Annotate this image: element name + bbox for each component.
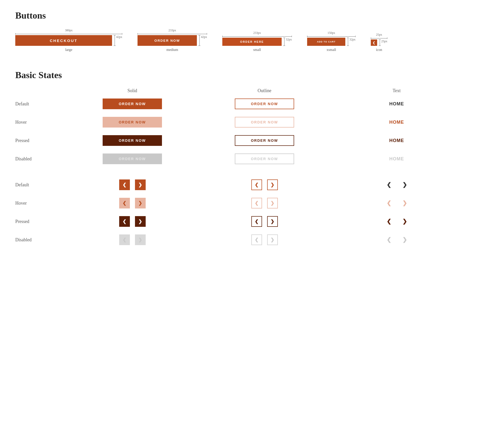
states-col-solid: Solid <box>66 88 198 93</box>
small-width-label: 233px <box>253 31 261 35</box>
icon-solid-pressed-col: ❮ ❯ <box>66 216 198 227</box>
outline-hover-col: ORDER NOW <box>198 117 331 128</box>
icon-text-hover-right[interactable]: ❯ <box>399 198 410 208</box>
icon-outline-pressed-left[interactable]: ❮ <box>251 216 262 227</box>
icon-text-default-left[interactable]: ❮ <box>384 179 394 190</box>
icon-solid-default-left[interactable]: ❮ <box>119 179 130 190</box>
btn-solid-default[interactable]: ORDER NOW <box>103 99 162 109</box>
medium-height-label: 42px <box>201 35 207 46</box>
btn-xsmall-add-to-cart[interactable]: ADD TO CART <box>307 38 345 46</box>
outline-pressed-col: ORDER NOW <box>198 135 331 146</box>
xsmall-height-label: 32px <box>349 38 356 46</box>
btn-solid-pressed[interactable]: ORDER NOW <box>103 135 162 146</box>
icon-solid-default-right[interactable]: ❯ <box>135 179 146 190</box>
states-row-pressed: Pressed ORDER NOW ORDER NOW HOME <box>15 135 463 146</box>
small-measure-line <box>222 36 292 37</box>
icon-solid-hover-col: ❮ ❯ <box>66 198 198 208</box>
icon-text-pressed-right[interactable]: ❯ <box>399 216 410 227</box>
icon-text-default-col: ❮ ❯ <box>331 179 463 190</box>
icon-outline-disabled-col: ❮ ❯ <box>198 234 331 245</box>
icon-text-disabled-left: ❮ <box>384 234 394 245</box>
state-label-pressed: Pressed <box>15 138 66 143</box>
buttons-section: Buttons 380px CHECKOUT 42px <box>15 10 463 52</box>
size-block-xsmall: 150px ADD TO CART 32px xsmall <box>307 31 356 52</box>
btn-medium-order-now[interactable]: ORDER NOW <box>138 35 197 46</box>
btn-outline-default[interactable]: ORDER NOW <box>235 99 294 109</box>
btn-text-hover[interactable]: HOME <box>389 120 404 125</box>
btn-solid-disabled: ORDER NOW <box>103 153 162 164</box>
icon-height-measure <box>379 39 381 46</box>
large-caption: large <box>65 48 72 52</box>
btn-text-default[interactable]: HOME <box>389 101 404 107</box>
text-disabled-col: HOME <box>331 156 463 162</box>
btn-text-pressed[interactable]: HOME <box>389 138 404 143</box>
icon-text-hover-col: ❮ ❯ <box>331 198 463 208</box>
size-block-icon: 25px ❮ 25px icon <box>371 33 387 52</box>
large-height-measure <box>114 35 116 46</box>
solid-pressed-col: ORDER NOW <box>66 135 198 146</box>
medium-width-label: 233px <box>169 29 176 32</box>
icon-outline-default-left[interactable]: ❮ <box>251 179 262 190</box>
large-measure-line <box>15 33 122 35</box>
state-label-disabled: Disabled <box>15 156 66 162</box>
icon-outline-pressed-right[interactable]: ❯ <box>267 216 278 227</box>
size-block-large: 380px CHECKOUT 42px large <box>15 29 122 52</box>
icon-solid-hover-right[interactable]: ❯ <box>135 198 146 208</box>
icon-caption: icon <box>376 48 382 52</box>
outline-default-col: ORDER NOW <box>198 99 331 109</box>
sizes-row: 380px CHECKOUT 42px large 233p <box>15 29 463 52</box>
medium-measure-line <box>138 33 207 35</box>
icon-text-pressed-col: ❮ ❯ <box>331 216 463 227</box>
icon-solid-disabled-col: ❮ ❯ <box>66 234 198 245</box>
large-width-label: 380px <box>65 29 73 32</box>
icon-label-pressed: Pressed <box>15 219 66 224</box>
xsmall-width-label: 150px <box>327 31 335 35</box>
states-col-outline: Outline <box>198 88 331 93</box>
measure-line <box>16 34 122 34</box>
icon-text-pressed-left[interactable]: ❮ <box>384 216 394 227</box>
icon-text-disabled-col: ❮ ❯ <box>331 234 463 245</box>
icon-height-label: 25px <box>381 39 387 46</box>
btn-solid-hover[interactable]: ORDER NOW <box>103 117 162 128</box>
buttons-title: Buttons <box>15 10 463 21</box>
icon-text-disabled-right: ❯ <box>399 234 410 245</box>
icon-outline-hover-left[interactable]: ❮ <box>251 198 262 208</box>
states-row-disabled: Disabled ORDER NOW ORDER NOW HOME <box>15 153 463 164</box>
medium-height-measure <box>198 35 200 46</box>
small-btn-wrapper: ORDER HERE 32px <box>222 38 292 46</box>
icon-row-hover: Hover ❮ ❯ ❮ ❯ ❮ ❯ <box>15 198 463 208</box>
xsmall-btn-wrapper: ADD TO CART 32px <box>307 38 356 46</box>
icon-solid-pressed-left[interactable]: ❮ <box>119 216 130 227</box>
icon-row-default: Default ❮ ❯ ❮ ❯ ❮ <box>15 179 463 190</box>
btn-large-checkout[interactable]: CHECKOUT <box>15 35 112 46</box>
icon-outline-hover-right[interactable]: ❯ <box>267 198 278 208</box>
small-height-measure <box>283 38 285 46</box>
icon-text-default-right[interactable]: ❯ <box>399 179 410 190</box>
btn-text-disabled: HOME <box>389 156 404 162</box>
icon-outline-default-col: ❮ ❯ <box>198 179 331 190</box>
medium-caption: medium <box>167 48 178 52</box>
icon-width-label: 25px <box>376 33 382 37</box>
icon-solid-hover-left[interactable]: ❮ <box>119 198 130 208</box>
icon-label-hover: Hover <box>15 201 66 206</box>
icon-measure-line <box>371 37 387 39</box>
states-row-hover: Hover ORDER NOW ORDER NOW HOME <box>15 117 463 128</box>
icon-states-section: Default ❮ ❯ ❮ ❯ ❮ <box>15 179 463 245</box>
icon-outline-disabled-right: ❯ <box>267 234 278 245</box>
icon-outline-disabled-left: ❮ <box>251 234 262 245</box>
icon-row-disabled: Disabled ❮ ❯ ❮ ❯ ❮ ❯ <box>15 234 463 245</box>
icon-text-hover-left[interactable]: ❮ <box>384 198 394 208</box>
icon-solid-default-col: ❮ ❯ <box>66 179 198 190</box>
icon-outline-default-right[interactable]: ❯ <box>267 179 278 190</box>
btn-outline-pressed[interactable]: ORDER NOW <box>235 135 294 146</box>
large-btn-wrapper: CHECKOUT 42px <box>15 35 122 46</box>
xsmall-measure-line <box>307 36 356 37</box>
small-height-label: 32px <box>286 38 292 46</box>
solid-hover-col: ORDER NOW <box>66 117 198 128</box>
solid-disabled-col: ORDER NOW <box>66 153 198 164</box>
icon-outline-hover-col: ❮ ❯ <box>198 198 331 208</box>
btn-icon-left[interactable]: ❮ <box>371 39 377 46</box>
btn-outline-hover[interactable]: ORDER NOW <box>235 117 294 128</box>
btn-small-order-here[interactable]: ORDER HERE <box>222 38 282 46</box>
icon-solid-pressed-right[interactable]: ❯ <box>135 216 146 227</box>
